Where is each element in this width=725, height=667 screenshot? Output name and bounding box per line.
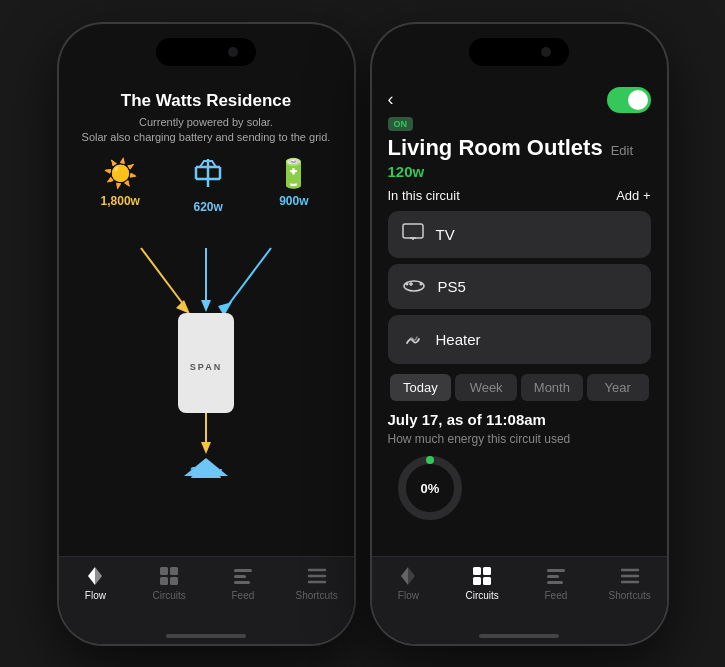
- circuit-toggle[interactable]: [607, 87, 651, 113]
- circuits-tab-icon-2: [471, 565, 493, 587]
- feed-tab-icon: [232, 565, 254, 587]
- svg-rect-50: [547, 581, 563, 584]
- phone-2: ‹ ON Living Room Outlets Edit 120w: [372, 24, 667, 644]
- device-name-ps5: PS5: [438, 278, 466, 295]
- svg-rect-26: [234, 575, 246, 578]
- svg-line-10: [226, 248, 271, 308]
- circuit-screen: ‹ ON Living Room Outlets Edit 120w: [372, 79, 667, 644]
- solar-value: 1,800w: [101, 194, 140, 208]
- svg-text:0%: 0%: [420, 481, 439, 496]
- flow-title: The Watts Residence: [121, 91, 291, 111]
- tab-flow-label: Flow: [85, 590, 106, 601]
- notch-2: [469, 38, 569, 66]
- device-list: TV: [388, 211, 651, 364]
- flow-subtitle: Currently powered by solar. Solar also c…: [82, 115, 331, 146]
- period-tab-week[interactable]: Week: [455, 374, 517, 401]
- in-circuit-label: In this circuit: [388, 188, 460, 203]
- svg-text:SPAN: SPAN: [190, 362, 222, 372]
- svg-rect-22: [170, 567, 178, 575]
- flow-svg: SPAN: [96, 218, 316, 478]
- svg-rect-46: [473, 577, 481, 585]
- tab-flow[interactable]: Flow: [59, 565, 133, 601]
- tab-shortcuts-label: Shortcuts: [296, 590, 338, 601]
- feed-tab-icon-2: [545, 565, 567, 587]
- svg-rect-24: [170, 577, 178, 585]
- notch: [156, 38, 256, 66]
- svg-marker-19: [88, 567, 95, 585]
- battery-value: 900w: [279, 194, 308, 208]
- period-tab-today[interactable]: Today: [390, 374, 452, 401]
- tab-feed-label-2: Feed: [544, 590, 567, 601]
- home-value: 280w: [190, 464, 222, 479]
- svg-marker-42: [401, 567, 408, 585]
- tab-circuits[interactable]: Circuits: [132, 565, 206, 601]
- flow-tab-icon-2: [397, 565, 419, 587]
- period-tab-month[interactable]: Month: [521, 374, 583, 401]
- back-button[interactable]: ‹: [388, 89, 394, 110]
- device-item-heater[interactable]: Heater: [388, 315, 651, 364]
- grid-icon: [192, 157, 224, 196]
- energy-desc: How much energy this circuit used: [388, 432, 651, 446]
- tv-icon: [402, 223, 424, 246]
- energy-icons-row: ☀️ 1,800w: [75, 157, 338, 214]
- device-item-tv[interactable]: TV: [388, 211, 651, 258]
- on-badge: ON: [388, 117, 414, 131]
- svg-point-35: [405, 282, 408, 285]
- gamepad-icon: [402, 276, 426, 297]
- grid-value: 620w: [193, 200, 222, 214]
- toggle-knob: [628, 90, 648, 110]
- device-name-tv: TV: [436, 226, 455, 243]
- tab-circuits-label: Circuits: [152, 590, 185, 601]
- flow-diagram: SPAN 280w: [75, 218, 338, 555]
- device-item-ps5[interactable]: PS5: [388, 264, 651, 309]
- flow-tab-icon: [84, 565, 106, 587]
- svg-marker-9: [201, 300, 211, 312]
- period-tabs: Today Week Month Year: [388, 374, 651, 401]
- tab-bar-1: Flow Circuits: [59, 556, 354, 628]
- svg-marker-15: [201, 442, 211, 454]
- flow-screen: The Watts Residence Currently powered by…: [59, 79, 354, 644]
- edit-link[interactable]: Edit: [611, 143, 633, 158]
- svg-rect-27: [234, 581, 250, 584]
- tab-feed-2[interactable]: Feed: [519, 565, 593, 601]
- tab-feed[interactable]: Feed: [206, 565, 280, 601]
- svg-marker-43: [408, 567, 415, 585]
- tab-shortcuts-2[interactable]: Shortcuts: [593, 565, 667, 601]
- solar-icon: ☀️: [103, 157, 138, 190]
- battery-item: 🔋 900w: [276, 157, 311, 214]
- svg-rect-49: [547, 575, 559, 578]
- svg-point-36: [419, 282, 422, 285]
- date-label: July 17, as of 11:08am: [388, 411, 651, 428]
- svg-rect-23: [160, 577, 168, 585]
- circuit-title-row: Living Room Outlets Edit: [388, 135, 651, 161]
- svg-marker-7: [176, 300, 190, 314]
- circuit-header: ‹ ON Living Room Outlets Edit 120w: [372, 79, 667, 188]
- grid-item: 620w: [192, 157, 224, 214]
- tab-bar-2: Flow Circuits: [372, 556, 667, 628]
- tab-flow-label-2: Flow: [398, 590, 419, 601]
- svg-rect-21: [160, 567, 168, 575]
- svg-rect-47: [483, 577, 491, 585]
- svg-rect-45: [483, 567, 491, 575]
- svg-marker-20: [95, 567, 102, 585]
- svg-rect-44: [473, 567, 481, 575]
- circuit-title: Living Room Outlets: [388, 135, 603, 161]
- phone-1: The Watts Residence Currently powered by…: [59, 24, 354, 644]
- circuits-tab-icon: [158, 565, 180, 587]
- energy-circle: 0%: [396, 454, 464, 522]
- tab-shortcuts-label-2: Shortcuts: [609, 590, 651, 601]
- in-circuit-header: In this circuit Add +: [388, 188, 651, 203]
- battery-icon: 🔋: [276, 157, 311, 190]
- tab-circuits-2[interactable]: Circuits: [445, 565, 519, 601]
- shortcuts-tab-icon-2: [619, 565, 641, 587]
- circuit-nav: ‹: [388, 87, 651, 113]
- solar-item: ☀️ 1,800w: [101, 157, 140, 214]
- period-tab-year[interactable]: Year: [587, 374, 649, 401]
- svg-line-6: [141, 248, 186, 308]
- shortcuts-tab-icon: [306, 565, 328, 587]
- svg-rect-48: [547, 569, 565, 572]
- tab-shortcuts[interactable]: Shortcuts: [280, 565, 354, 601]
- svg-rect-31: [403, 224, 423, 238]
- tab-flow-2[interactable]: Flow: [372, 565, 446, 601]
- add-button[interactable]: Add +: [616, 188, 650, 203]
